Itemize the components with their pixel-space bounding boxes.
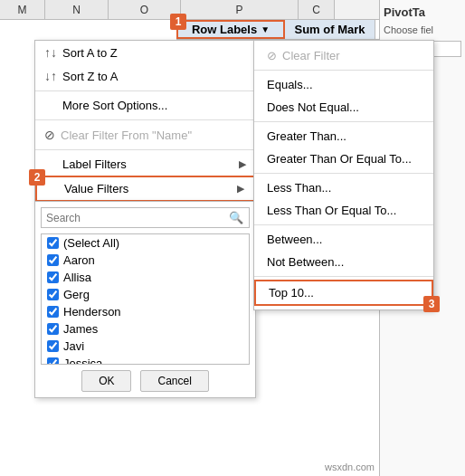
submenu-clear-filter-label: Clear Filter (282, 49, 340, 62)
submenu-sep-5 (254, 276, 433, 277)
watermark: wsxdn.com (325, 462, 375, 472)
value-filters-badge: 2 (29, 169, 45, 186)
col-header-p: P (181, 0, 299, 19)
submenu-does-not-equal[interactable]: Does Not Equal... (254, 96, 433, 119)
submenu-sep-1 (254, 70, 433, 71)
col-header-m: M (0, 0, 45, 19)
sort-z-to-a-item[interactable]: ↓↑ Sort Z to A (35, 64, 255, 88)
more-sort-label: More Sort Options... (44, 99, 246, 112)
pivot-choose-text: Choose fiel (384, 24, 461, 35)
sort-a-to-z-item[interactable]: ↑↓ Sort A to Z (35, 41, 255, 64)
ok-button[interactable]: OK (81, 370, 131, 392)
checkbox-select-all[interactable] (47, 237, 59, 249)
submenu-sep-4 (254, 224, 433, 225)
dropdown-arrow-icon: ▼ (261, 24, 270, 34)
menu-separator-1 (35, 90, 255, 91)
checkbox-label-gerg: Gerg (63, 288, 90, 301)
sort-az-label: Sort A to Z (62, 46, 246, 60)
submenu-sep-3 (254, 173, 433, 174)
submenu-top10-badge: 3 (423, 296, 440, 312)
sort-az-icon: ↑↓ (44, 45, 57, 60)
submenu-less-than[interactable]: Less Than... (254, 176, 433, 199)
checkbox-filter-panel: 🔍 (Select All) Aaron Allisa Gerg Henders… (34, 201, 256, 398)
pivot-header-row: 1 Row Labels ▼ Sum of Mark (176, 20, 380, 40)
checkbox-javi[interactable] (47, 340, 59, 352)
submenu-clear-filter: ⊘ Clear Filter (254, 44, 433, 67)
filter-dropdown-menu: ↑↓ Sort A to Z ↓↑ Sort Z to A More Sort … (34, 40, 256, 203)
label-filters-arrow-icon: ▶ (239, 158, 246, 170)
checkbox-item-gerg[interactable]: Gerg (42, 286, 249, 303)
more-sort-options-item[interactable]: More Sort Options... (35, 94, 255, 117)
submenu-between-label: Between... (267, 233, 322, 246)
row-labels-text: Row Labels (192, 23, 257, 36)
cancel-button[interactable]: Cancel (140, 370, 208, 392)
clear-filter-icon: ⊘ (44, 128, 55, 142)
label-filters-label: Label Filters (44, 157, 233, 171)
checkbox-jessica[interactable] (47, 357, 59, 365)
value-filters-submenu: ⊘ Clear Filter Equals... Does Not Equal.… (253, 40, 434, 310)
menu-separator-3 (35, 149, 255, 150)
checkbox-allisa[interactable] (47, 271, 59, 283)
row-labels-badge: 1 (170, 14, 186, 30)
clear-filter-item: ⊘ Clear Filter From "Name" (35, 123, 255, 147)
submenu-between[interactable]: Between... (254, 228, 433, 251)
submenu-top10-label: Top 10... (269, 286, 314, 300)
submenu-less-than-label: Less Than... (267, 181, 331, 195)
submenu-not-between[interactable]: Not Between... (254, 251, 433, 273)
sum-mark-header: Sum of Mark (285, 20, 375, 39)
clear-filter-label: Clear Filter From "Name" (61, 129, 246, 142)
submenu-not-between-label: Not Between... (267, 255, 344, 269)
submenu-greater-than[interactable]: Greater Than... (254, 125, 433, 148)
row-labels-header[interactable]: 1 Row Labels ▼ (176, 20, 285, 39)
checkbox-item-javi[interactable]: Javi (42, 338, 249, 355)
checkbox-item-james[interactable]: James (42, 320, 249, 338)
checkbox-label-james: James (63, 322, 98, 336)
search-box: 🔍 (41, 207, 250, 228)
submenu-sep-2 (254, 121, 433, 122)
submenu-less-than-equal[interactable]: Less Than Or Equal To... (254, 199, 433, 222)
checkbox-item-allisa[interactable]: Allisa (42, 269, 249, 286)
checkbox-label-allisa: Allisa (63, 271, 91, 284)
value-filters-label: Value Filters (46, 182, 232, 195)
checkbox-list: (Select All) Aaron Allisa Gerg Henderson… (41, 233, 250, 365)
checkbox-aaron[interactable] (47, 254, 59, 266)
menu-separator-2 (35, 119, 255, 120)
checkbox-item-jessica[interactable]: Jessica (42, 355, 249, 365)
submenu-top-10[interactable]: 3 Top 10... (254, 280, 433, 306)
search-input[interactable] (42, 209, 223, 227)
label-filters-item[interactable]: Label Filters ▶ (35, 153, 255, 176)
submenu-greater-than-equal-label: Greater Than Or Equal To... (267, 152, 412, 166)
search-icon[interactable]: 🔍 (223, 208, 249, 227)
checkbox-label-javi: Javi (63, 339, 84, 353)
submenu-greater-than-equal[interactable]: Greater Than Or Equal To... (254, 148, 433, 170)
checkbox-gerg[interactable] (47, 289, 59, 300)
value-filters-arrow-icon: ▶ (237, 183, 244, 195)
submenu-equals[interactable]: Equals... (254, 73, 433, 96)
submenu-clear-filter-icon: ⊘ (267, 49, 277, 62)
checkbox-label-henderson: Henderson (63, 305, 121, 319)
submenu-greater-than-label: Greater Than... (267, 129, 346, 143)
col-header-n: N (45, 0, 109, 19)
action-buttons: OK Cancel (41, 370, 250, 392)
checkbox-label-aaron: Aaron (63, 253, 95, 267)
submenu-does-not-equal-label: Does Not Equal... (267, 100, 359, 114)
checkbox-label-jessica: Jessica (63, 357, 102, 365)
submenu-less-than-equal-label: Less Than Or Equal To... (267, 204, 396, 217)
submenu-equals-label: Equals... (267, 78, 313, 91)
col-header-c: C (299, 0, 335, 19)
checkbox-item-select-all[interactable]: (Select All) (42, 234, 249, 252)
checkbox-item-henderson[interactable]: Henderson (42, 303, 249, 320)
sort-za-icon: ↓↑ (44, 69, 57, 83)
sum-mark-text: Sum of Mark (294, 23, 365, 36)
pivot-panel-title: PivotTa (384, 5, 461, 19)
sort-za-label: Sort Z to A (62, 70, 246, 83)
value-filters-item[interactable]: 2 Value Filters ▶ (35, 176, 255, 202)
checkbox-item-aaron[interactable]: Aaron (42, 252, 249, 269)
checkbox-james[interactable] (47, 323, 59, 335)
checkbox-label-select-all: (Select All) (63, 236, 119, 250)
checkbox-henderson[interactable] (47, 306, 59, 318)
